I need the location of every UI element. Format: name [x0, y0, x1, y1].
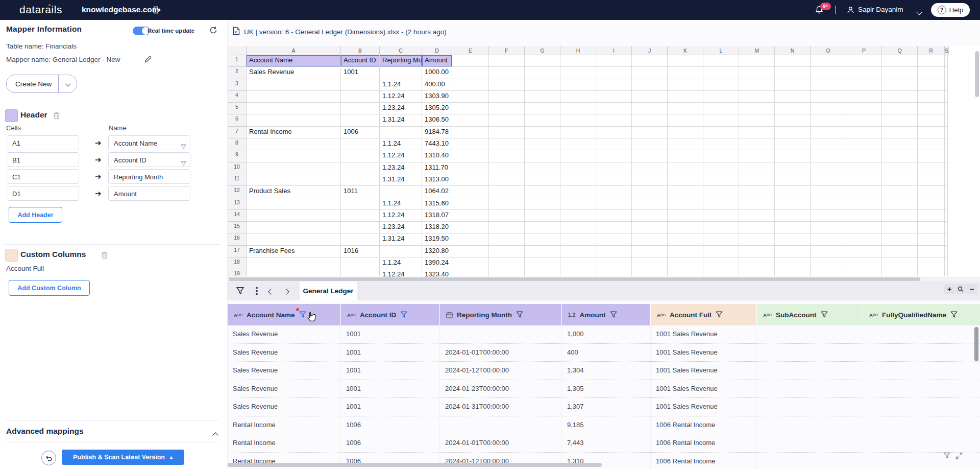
cell-input-a1[interactable]: A1	[7, 135, 79, 150]
spreadsheet-cell[interactable]	[918, 233, 945, 245]
row-number[interactable]: 17	[228, 246, 247, 257]
spreadsheet-cell[interactable]	[945, 186, 948, 198]
spreadsheet-cell[interactable]	[632, 269, 668, 276]
spreadsheet-cell[interactable]	[632, 138, 668, 150]
spreadsheet-cell[interactable]	[882, 67, 918, 79]
column-letter-Q[interactable]: Q	[882, 46, 918, 55]
spreadsheet-cell[interactable]	[632, 257, 668, 269]
spreadsheet-cell[interactable]	[775, 91, 811, 103]
row-number[interactable]: 1	[228, 55, 247, 67]
spreadsheet-cell[interactable]	[341, 91, 380, 103]
spreadsheet-cell[interactable]	[632, 222, 668, 233]
spreadsheet-cell[interactable]	[846, 186, 882, 198]
column-letter-M[interactable]: M	[739, 46, 775, 55]
column-letter-H[interactable]: H	[560, 46, 596, 55]
spreadsheet-cell[interactable]	[452, 233, 489, 245]
spreadsheet-cell[interactable]	[703, 55, 739, 67]
spreadsheet-cell[interactable]	[560, 257, 596, 269]
spreadsheet-cell[interactable]	[703, 174, 739, 186]
spreadsheet-cell[interactable]	[703, 103, 739, 114]
spreadsheet-cell[interactable]	[341, 257, 380, 269]
column-filter-icon[interactable]	[400, 311, 407, 318]
spreadsheet-cell[interactable]	[525, 186, 560, 198]
delete-custom-columns-icon[interactable]	[101, 251, 108, 261]
spreadsheet-cell[interactable]	[341, 174, 380, 186]
spreadsheet-cell[interactable]: 1323.40	[422, 269, 452, 276]
spreadsheet-cell[interactable]: Amount	[422, 55, 452, 67]
spreadsheet-cell[interactable]	[811, 198, 846, 210]
spreadsheet-cell[interactable]	[918, 162, 945, 174]
column-header-fullyqualifiedname[interactable]: ABCFullyQualifiedName	[863, 304, 980, 325]
spreadsheet-cell[interactable]	[380, 67, 422, 79]
spreadsheet-cell[interactable]: 1.1.24	[380, 198, 422, 210]
spreadsheet-cell[interactable]	[918, 174, 945, 186]
spreadsheet-cell[interactable]	[247, 269, 341, 276]
spreadsheet-cell[interactable]	[525, 198, 560, 210]
search-button[interactable]	[955, 284, 966, 294]
spreadsheet-cell[interactable]	[945, 210, 948, 222]
spreadsheet-cell[interactable]: 1320.80	[422, 246, 452, 257]
spreadsheet-cell[interactable]	[525, 233, 560, 245]
spreadsheet-cell[interactable]	[918, 55, 945, 67]
spreadsheet-cell[interactable]	[846, 150, 882, 162]
delete-header-icon[interactable]	[53, 111, 60, 122]
spreadsheet-cell[interactable]	[811, 246, 846, 257]
spreadsheet-cell[interactable]	[525, 55, 560, 67]
spreadsheet-cell[interactable]	[739, 91, 775, 103]
row-number[interactable]: 16	[228, 233, 247, 245]
spreadsheet-cell[interactable]: 1313.00	[422, 174, 452, 186]
spreadsheet-cell[interactable]	[489, 246, 525, 257]
column-header-account-full[interactable]: ABCAccount Full	[651, 304, 757, 325]
row-number[interactable]: 8	[228, 138, 247, 150]
spreadsheet-cell[interactable]	[846, 269, 882, 276]
spreadsheet-cell[interactable]	[247, 222, 341, 233]
spreadsheet-cell[interactable]: 1318.07	[422, 210, 452, 222]
spreadsheet-cell[interactable]	[918, 269, 945, 276]
create-new-button[interactable]: Create New	[6, 75, 77, 93]
spreadsheet-cell[interactable]	[489, 114, 525, 126]
row-number[interactable]: 9	[228, 150, 247, 162]
tab-general-ledger[interactable]: General Ledger	[300, 282, 357, 300]
spreadsheet-cell[interactable]	[811, 233, 846, 245]
spreadsheet-cell[interactable]	[775, 257, 811, 269]
spreadsheet-cell[interactable]	[739, 55, 775, 67]
spreadsheet-cell[interactable]	[489, 79, 525, 91]
spreadsheet-cell[interactable]	[560, 55, 596, 67]
spreadsheet-cell[interactable]	[596, 233, 632, 245]
spreadsheet-cell[interactable]	[703, 138, 739, 150]
spreadsheet-cell[interactable]	[452, 210, 489, 222]
column-filter-icon[interactable]	[950, 311, 958, 318]
spreadsheet-cell[interactable]	[632, 55, 668, 67]
spreadsheet-cell[interactable]	[846, 233, 882, 245]
spreadsheet-cell[interactable]: 1318.20	[422, 222, 452, 233]
spreadsheet-cell[interactable]: Sales Revenue	[247, 67, 341, 79]
spreadsheet-cell[interactable]	[739, 198, 775, 210]
column-letter-G[interactable]: G	[525, 46, 560, 55]
spreadsheet-cell[interactable]	[525, 269, 560, 276]
spreadsheet-cell[interactable]	[882, 91, 918, 103]
spreadsheet-cell[interactable]	[775, 162, 811, 174]
spreadsheet-cell[interactable]	[945, 233, 948, 245]
spreadsheet-cell[interactable]	[775, 55, 811, 67]
spreadsheet-cell[interactable]	[596, 91, 632, 103]
spreadsheet-cell[interactable]	[525, 79, 560, 91]
spreadsheet-cell[interactable]	[703, 246, 739, 257]
spreadsheet-cell[interactable]	[882, 79, 918, 91]
spreadsheet-cell[interactable]	[703, 233, 739, 245]
spreadsheet-cell[interactable]	[811, 222, 846, 233]
spreadsheet-cell[interactable]: Product Sales	[247, 186, 341, 198]
edit-column-icon[interactable]	[310, 311, 317, 318]
spreadsheet-cell[interactable]	[632, 114, 668, 126]
spreadsheet-cell[interactable]	[560, 114, 596, 126]
table-menu-kebab-icon[interactable]	[256, 287, 258, 295]
spreadsheet-cell[interactable]	[945, 198, 948, 210]
spreadsheet-cell[interactable]	[811, 91, 846, 103]
column-filter-icon[interactable]	[299, 311, 306, 318]
spreadsheet-cell[interactable]	[703, 79, 739, 91]
hscrollbar-thumb[interactable]	[229, 277, 920, 281]
spreadsheet-cell[interactable]	[668, 150, 703, 162]
spreadsheet-cell[interactable]: 1000.00	[422, 67, 452, 79]
spreadsheet-cell[interactable]: Franchise Fees	[247, 246, 341, 257]
site-link[interactable]: knowledgebase.com	[82, 5, 159, 14]
spreadsheet-cell[interactable]	[452, 222, 489, 233]
